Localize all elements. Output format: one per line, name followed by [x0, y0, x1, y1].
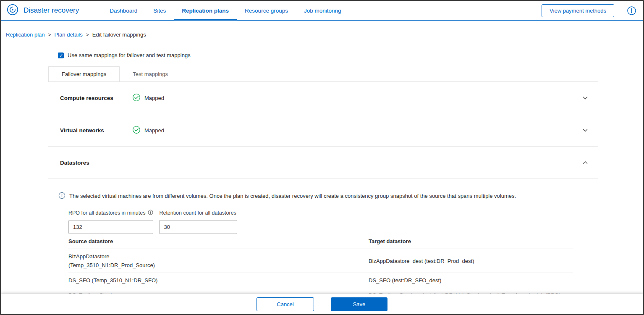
status-badge: Mapped [144, 127, 164, 134]
nav-dashboard[interactable]: Dashboard [102, 1, 145, 20]
app-logo[interactable] [7, 1, 18, 20]
section-virtual-networks[interactable]: Virtual networks Mapped [48, 114, 598, 147]
target-datastore-header: Target datastore [369, 238, 573, 244]
datastores-content: The selected virtual machines are from d… [48, 179, 598, 312]
volumes-notice: The selected virtual machines are from d… [58, 192, 573, 201]
tab-failover-mappings[interactable]: Failover mappings [48, 66, 120, 81]
section-title: Virtual networks [60, 127, 132, 134]
save-button[interactable]: Save [331, 297, 387, 311]
chevron-down-icon[interactable] [581, 94, 589, 102]
app-title: Disaster recovery [24, 1, 79, 20]
nav-replication-plans[interactable]: Replication plans [174, 1, 237, 20]
target-datastore-cell: BizAppDatastore_dest (test:DR_Prod_dest) [369, 257, 573, 265]
header-actions: View payment methods [542, 1, 636, 20]
retention-field: Retention count for all datastores [159, 209, 237, 234]
check-circle-icon [132, 126, 141, 135]
same-mappings-option: Use same mappings for failover and test … [58, 52, 643, 58]
nav-job-monitoring[interactable]: Job monitoring [296, 1, 349, 20]
disaster-recovery-page: Disaster recovery Dashboard Sites Replic… [0, 0, 644, 315]
mappings-panel: Compute resources Mapped Virtual network… [48, 81, 598, 312]
source-name: BizAppDatastore [68, 252, 360, 261]
tab-test-mappings[interactable]: Test mappings [120, 66, 181, 81]
rpo-info-icon[interactable] [148, 210, 153, 216]
breadcrumb-replication-plan[interactable]: Replication plan [6, 32, 45, 38]
info-icon [58, 192, 65, 201]
datastore-fields: RPO for all datastores in minutes [68, 209, 573, 234]
volumes-notice-text: The selected virtual machines are from d… [69, 192, 516, 200]
breadcrumb-separator: > [86, 32, 89, 38]
retention-field-label-row: Retention count for all datastores [159, 209, 237, 217]
rpo-input[interactable] [68, 220, 153, 234]
action-footer: Cancel Save [1, 294, 643, 314]
retention-label: Retention count for all datastores [159, 210, 236, 216]
rpo-field: RPO for all datastores in minutes [68, 209, 153, 234]
breadcrumb: Replication plan > Plan details > Edit f… [1, 21, 643, 38]
breadcrumb-plan-details[interactable]: Plan details [55, 32, 83, 38]
source-volume: (Temp_3510_N1:DR_Prod_Source) [68, 261, 360, 270]
status-badge: Mapped [144, 95, 164, 101]
section-title: Compute resources [60, 95, 132, 101]
cancel-button[interactable]: Cancel [257, 297, 314, 311]
table-header-row: Source datastore Target datastore [68, 238, 573, 249]
nav-sites[interactable]: Sites [145, 1, 174, 20]
help-icon[interactable] [627, 6, 636, 16]
app-logo-icon [7, 4, 18, 17]
table-row: BizAppDatastore (Temp_3510_N1:DR_Prod_So… [68, 249, 573, 273]
view-payment-methods-button[interactable]: View payment methods [542, 4, 614, 17]
check-circle-icon [132, 93, 141, 103]
section-datastores[interactable]: Datastores [48, 147, 598, 179]
source-datastore-header: Source datastore [68, 238, 369, 244]
chevron-up-icon[interactable] [581, 159, 589, 166]
retention-input[interactable] [159, 220, 237, 234]
networks-status: Mapped [132, 126, 164, 135]
breadcrumb-separator: > [48, 32, 51, 38]
source-name: DS_SFO (Temp_3510_N1:DR_SFO) [68, 276, 360, 285]
rpo-field-label-row: RPO for all datastores in minutes [68, 209, 153, 217]
top-bar: Disaster recovery Dashboard Sites Replic… [1, 1, 643, 21]
rpo-label: RPO for all datastores in minutes [68, 210, 145, 216]
nav-resource-groups[interactable]: Resource groups [237, 1, 296, 20]
breadcrumb-current-page: Edit failover mappings [92, 32, 146, 38]
section-title: Datastores [60, 160, 132, 166]
mapping-tabs: Failover mappings Test mappings [48, 66, 643, 81]
source-datastore-cell: BizAppDatastore (Temp_3510_N1:DR_Prod_So… [68, 252, 369, 270]
section-compute-resources[interactable]: Compute resources Mapped [48, 82, 598, 114]
source-datastore-cell: DS_SFO (Temp_3510_N1:DR_SFO) [68, 276, 369, 285]
compute-status: Mapped [132, 93, 164, 103]
target-datastore-cell: DS_SFO (test:DR_SFO_dest) [369, 276, 573, 285]
table-row: DS_SFO (Temp_3510_N1:DR_SFO) DS_SFO (tes… [68, 273, 573, 288]
main-nav: Dashboard Sites Replication plans Resour… [102, 1, 349, 20]
same-mappings-checkbox[interactable] [58, 52, 64, 58]
same-mappings-label: Use same mappings for failover and test … [68, 52, 191, 58]
chevron-down-icon[interactable] [581, 126, 589, 134]
